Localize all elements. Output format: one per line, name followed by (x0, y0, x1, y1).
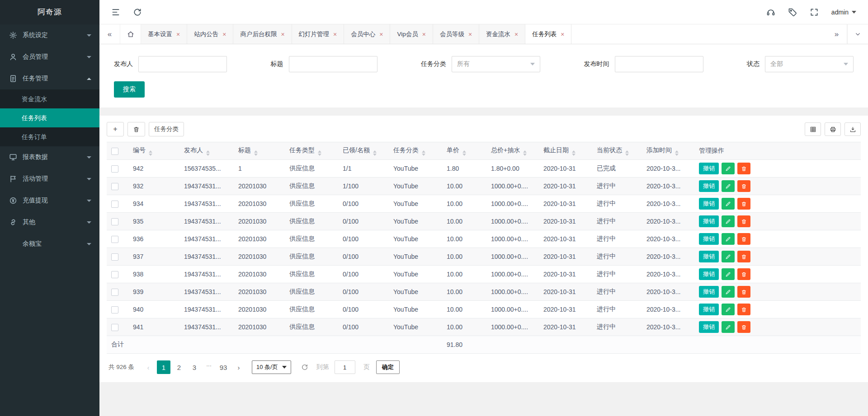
delete-button[interactable] (737, 198, 750, 210)
column-header-publisher[interactable]: 发布人 (179, 142, 234, 160)
page-button-1[interactable]: 1 (157, 360, 170, 374)
columns-grid-button[interactable] (805, 122, 821, 136)
filter-select-task-category[interactable]: 所有 (452, 56, 540, 72)
fullscreen-icon[interactable] (810, 8, 819, 17)
column-header-created-time[interactable]: 添加时间 (642, 142, 694, 160)
tab-funds-flow[interactable]: 资金流水× (479, 24, 525, 44)
user-menu[interactable]: admin (831, 9, 856, 16)
revoke-button[interactable]: 撤销 (699, 198, 719, 210)
sort-icon[interactable] (675, 150, 679, 156)
confirm-button[interactable]: 确定 (376, 360, 400, 374)
tab-vip-member[interactable]: Vip会员× (390, 24, 433, 44)
refresh-icon[interactable] (133, 8, 142, 17)
goto-page-input[interactable] (335, 360, 355, 374)
row-checkbox[interactable] (111, 253, 118, 261)
revoke-button[interactable]: 撤销 (699, 215, 719, 227)
close-icon[interactable]: × (176, 31, 180, 37)
print-button[interactable] (825, 122, 841, 136)
close-icon[interactable]: × (281, 31, 284, 37)
column-header-total-price[interactable]: 总价+抽水 (486, 142, 539, 160)
sidebar-item-system-settings[interactable]: 系统设定 (0, 24, 99, 46)
close-icon[interactable]: × (379, 31, 383, 37)
column-header-claimed-quota[interactable]: 已领/名额 (338, 142, 389, 160)
edit-button[interactable] (722, 286, 735, 298)
tab-merchant-permissions[interactable]: 商户后台权限× (233, 24, 292, 44)
revoke-button[interactable]: 撤销 (699, 268, 719, 280)
delete-button[interactable] (737, 163, 750, 174)
edit-button[interactable] (722, 251, 735, 262)
revoke-button[interactable]: 撤销 (699, 321, 719, 333)
page-button-93[interactable]: 93 (217, 360, 230, 374)
sort-icon[interactable] (206, 150, 210, 156)
filter-select-status[interactable]: 全部 (765, 56, 854, 72)
add-button[interactable]: + (107, 122, 124, 136)
sort-icon[interactable] (422, 150, 425, 156)
sort-icon[interactable] (254, 150, 258, 156)
edit-button[interactable] (722, 180, 735, 192)
row-checkbox[interactable] (111, 289, 118, 296)
revoke-button[interactable]: 撤销 (699, 163, 719, 174)
tag-icon[interactable] (788, 8, 797, 17)
page-button-2[interactable]: 2 (172, 360, 186, 374)
delete-button[interactable] (737, 215, 750, 227)
close-icon[interactable]: × (422, 31, 426, 37)
tab-member-center[interactable]: 会员中心× (344, 24, 390, 44)
column-header-task-type[interactable]: 任务类型 (285, 142, 338, 160)
sort-icon[interactable] (318, 150, 321, 156)
delete-button[interactable] (737, 286, 750, 298)
sidebar-item-task-list[interactable]: 任务列表 (0, 108, 99, 127)
delete-button[interactable] (737, 304, 750, 315)
sidebar-item-other[interactable]: 其他 (0, 211, 99, 233)
close-icon[interactable]: × (514, 31, 518, 37)
revoke-button[interactable]: 撤销 (699, 233, 719, 245)
page-size-select[interactable]: 10 条/页 (252, 360, 291, 374)
edit-button[interactable] (722, 268, 735, 280)
select-all-checkbox[interactable] (111, 148, 118, 155)
edit-button[interactable] (722, 215, 735, 227)
row-checkbox[interactable] (111, 271, 118, 278)
sidebar-item-funds-flow[interactable]: 资金流水 (0, 89, 99, 108)
support-icon[interactable] (766, 8, 775, 17)
pagination-refresh-icon[interactable] (301, 364, 308, 371)
sort-icon[interactable] (462, 150, 466, 156)
revoke-button[interactable]: 撤销 (699, 180, 719, 192)
revoke-button[interactable]: 撤销 (699, 304, 719, 315)
sidebar-item-report-data[interactable]: 报表数据 (0, 146, 99, 168)
next-page-button[interactable]: › (232, 360, 245, 374)
edit-button[interactable] (722, 321, 735, 333)
delete-button[interactable] (737, 180, 750, 192)
filter-input-publish-time[interactable] (615, 56, 703, 72)
prev-page-button[interactable]: ‹ (142, 360, 155, 374)
sort-icon[interactable] (572, 150, 576, 156)
delete-button[interactable] (737, 268, 750, 280)
column-header-task-category[interactable]: 任务分类 (389, 142, 442, 160)
close-icon[interactable]: × (468, 31, 472, 37)
close-icon[interactable]: × (222, 31, 226, 37)
column-header-id[interactable]: 编号 (128, 142, 179, 160)
column-header-deadline[interactable]: 截止日期 (539, 142, 592, 160)
sort-icon[interactable] (523, 150, 527, 156)
delete-selected-button[interactable] (127, 122, 145, 136)
row-checkbox[interactable] (111, 183, 118, 190)
row-checkbox[interactable] (111, 201, 118, 208)
edit-button[interactable] (722, 304, 735, 315)
task-category-button[interactable]: 任务分类 (149, 122, 184, 136)
delete-button[interactable] (737, 251, 750, 262)
revoke-button[interactable]: 撤销 (699, 251, 719, 262)
tab-slideshow-management[interactable]: 幻灯片管理× (292, 24, 344, 44)
search-button[interactable]: 搜索 (114, 81, 145, 98)
column-header-unit-price[interactable]: 单价 (442, 142, 486, 160)
column-header-title[interactable]: 标题 (234, 142, 285, 160)
column-header-status[interactable]: 当前状态 (592, 142, 642, 160)
row-checkbox[interactable] (111, 306, 118, 313)
sort-icon[interactable] (625, 150, 629, 156)
tab-site-announcement[interactable]: 站内公告× (187, 24, 233, 44)
tabs-scroll-left-button[interactable]: « (99, 24, 120, 44)
filter-input-publisher[interactable] (138, 56, 227, 72)
sort-icon[interactable] (373, 150, 377, 156)
sidebar-item-task-orders[interactable]: 任务订单 (0, 127, 99, 146)
revoke-button[interactable]: 撤销 (699, 286, 719, 298)
page-button-3[interactable]: 3 (188, 360, 201, 374)
sidebar-item-member-management[interactable]: 会员管理 (0, 46, 99, 68)
row-checkbox[interactable] (111, 236, 118, 243)
